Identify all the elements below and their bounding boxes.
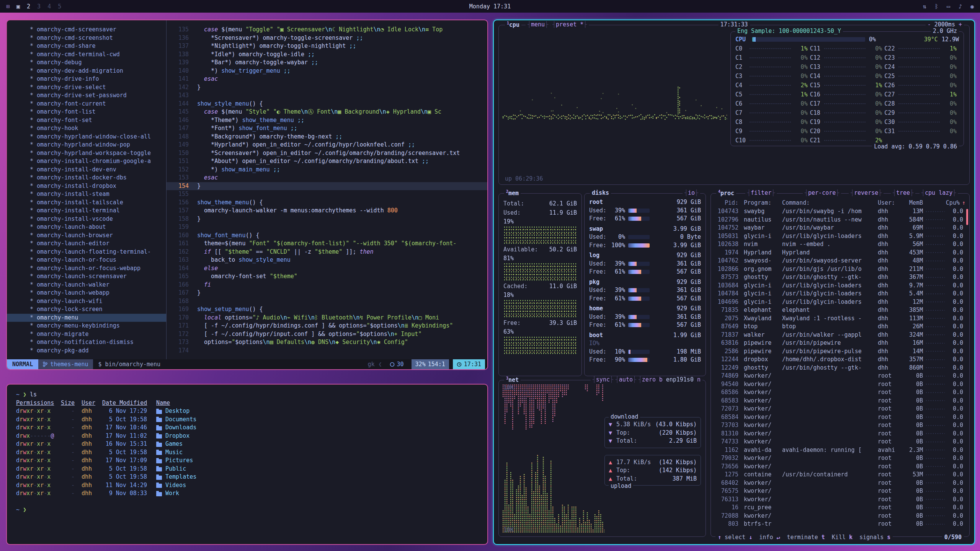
code-line[interactable]: 140 *) show_trigger_menu ;;	[167, 67, 487, 75]
file-list-item[interactable]: *omarchy-hook	[30, 124, 164, 133]
process-row[interactable]: 102866org.gnom/usr/bin/gjs /usr/lib/odhh…	[715, 265, 965, 274]
file-list-item[interactable]: *omarchy-font-current	[30, 100, 164, 108]
code-line[interactable]: 159	[167, 223, 487, 231]
file-list-item[interactable]: *omarchy-notification-dismiss	[30, 338, 164, 347]
terminal-window[interactable]: ~❯ls PermissionsSizeUserDate ModifiedNam…	[6, 384, 488, 545]
code-line[interactable]: 171 [ -f ~/.config/hypr/bindings.conf ] …	[167, 322, 487, 330]
process-row[interactable]: 72088kworker/root0B0.0	[715, 512, 965, 520]
mem-box-title[interactable]: 2mem	[504, 189, 521, 197]
file-list-item[interactable]: *omarchy-launch-editor	[30, 240, 164, 248]
file-name[interactable]: Downloads	[156, 424, 196, 432]
code-line[interactable]: 170 local options="♪ Audio\n⌁ Wifi\nᛒ Bl…	[167, 314, 487, 322]
file-list-item[interactable]: *omarchy-hyprland-workspace-toggle	[30, 149, 164, 158]
refresh-control[interactable]: - 2000ms +	[926, 21, 964, 28]
file-list-item[interactable]: *omarchy-launch-about	[30, 223, 164, 231]
terminal-prompt[interactable]: ~❯	[16, 506, 487, 514]
process-row[interactable]: 81310kworker/root0B0.0	[715, 430, 965, 438]
code-line[interactable]: 141 esac	[167, 75, 487, 83]
file-name[interactable]: Work	[156, 489, 179, 498]
process-row[interactable]: 104696glycin-i/usr/lib/glycin-loadersdhh…	[715, 298, 965, 306]
bluetooth-icon[interactable]: ᛒ	[935, 3, 938, 10]
code-line[interactable]: 160show_font_menu() {	[167, 231, 487, 240]
file-list-item[interactable]: *omarchy-launch-floating-terminal-	[30, 248, 164, 256]
cpu-box-title[interactable]: 1cpu	[505, 21, 521, 28]
code-line[interactable]: 161 theme=$(menu "Font" "$(omarchy-font-…	[167, 240, 487, 248]
process-row[interactable]: 2586pipewire/usr/bin/pipewire-pulsedhh14…	[715, 347, 965, 356]
file-name[interactable]: Documents	[156, 416, 196, 424]
file-list-item[interactable]: *omarchy-install-chromium-google-a	[30, 157, 164, 166]
cpu-lazy-toggle[interactable]: cpu lazy	[920, 189, 958, 196]
process-row[interactable]: 803btrfs-trroot0B0.0	[715, 520, 965, 528]
audio-icon[interactable]: ♪	[959, 3, 962, 10]
process-row[interactable]: 94540kworker/root0B0.0	[715, 380, 965, 389]
code-line[interactable]: 135 case $(menu "Toggle" "▣ Screensaver\…	[167, 26, 487, 34]
file-name[interactable]: Public	[156, 465, 186, 473]
file-list-item[interactable]: *omarchy-menu-keybindings	[30, 322, 164, 330]
proc-box-title[interactable]: 4proc	[716, 189, 736, 197]
code-line[interactable]: 138 *Idle*) omarchy-toggle-idle ;;	[167, 51, 487, 59]
file-list-item[interactable]: *omarchy-font-set	[30, 116, 164, 125]
code-line[interactable]: 136 *Screensaver*) omarchy-toggle-screen…	[167, 34, 487, 42]
process-row[interactable]: 104784glycin-i/usr/lib/glycin-loadersdhh…	[715, 290, 965, 298]
file-list-item[interactable]: *omarchy-dev-add-migration	[30, 67, 164, 75]
file-list-item[interactable]: *omarchy-lock-screen	[30, 305, 164, 314]
code-line[interactable]: 165 omarchy-font-set "$theme"	[167, 272, 487, 281]
footer-action-info[interactable]: info ↵	[759, 534, 780, 541]
code-line[interactable]: 142}	[167, 83, 487, 92]
code-line[interactable]: 137 *Nightlight*) omarchy-toggle-nightli…	[167, 42, 487, 51]
process-row[interactable]: 72073kworker/root0B0.0	[715, 405, 965, 413]
process-row[interactable]: 76313kworker/root0B0.0	[715, 496, 965, 504]
process-row[interactable]: 87573ghostty/usr/bin/ghostty --gtk-dhh36…	[715, 273, 965, 282]
code-line[interactable]: 148 *Background*) omarchy-theme-bg-next …	[167, 133, 487, 141]
file-name[interactable]: Dropbox	[156, 432, 189, 440]
process-row[interactable]: 16rcu_preeroot0B0.0	[715, 504, 965, 512]
process-row[interactable]: 63816pipewire/usr/bin/pipewiredhh16M0.0	[715, 339, 965, 347]
process-row[interactable]: 68584kworker/root0B0.0	[715, 413, 965, 422]
code-line[interactable]: 157 omarchy-launch-walker -m menus:omarc…	[167, 207, 487, 215]
power-icon[interactable]: ◉	[970, 3, 974, 10]
tree-toggle[interactable]: tree	[891, 189, 915, 196]
file-list-item[interactable]: *omarchy-debug	[30, 59, 164, 67]
filter-button[interactable]: filter	[745, 189, 777, 196]
process-row[interactable]: 12249ghostty/usr/bin/ghostty --gtk-dhh86…	[715, 364, 965, 372]
file-name[interactable]: Pictures	[156, 456, 193, 465]
disks-box-title[interactable]: disks	[590, 189, 611, 196]
file-list-item[interactable]: *omarchy-cmd-screenshot	[30, 34, 164, 42]
code-line[interactable]: 149 *Hyprland*) open_in_editor ~/.config…	[167, 141, 487, 149]
file-list-item[interactable]: *omarchy-launch-screensaver	[30, 272, 164, 281]
process-row[interactable]: 68402kworker/root0B0.0	[715, 479, 965, 487]
reverse-toggle[interactable]: reverse	[849, 189, 884, 196]
file-list-item[interactable]: *omarchy-install-docker-dbs	[30, 174, 164, 182]
code-line[interactable]: 154}	[167, 182, 487, 191]
code-line[interactable]: 152 *) show_main_menu ;;	[167, 166, 487, 174]
code-line[interactable]: 168	[167, 297, 487, 306]
file-list-item[interactable]: *omarchy-menu	[7, 314, 166, 322]
footer-action-select[interactable]: ↑ select ↓	[718, 534, 752, 541]
file-name[interactable]: Desktop	[156, 407, 189, 416]
process-row[interactable]: 87649btopbtopdhh26M0.0	[715, 323, 965, 331]
code-line[interactable]: 143	[167, 91, 487, 100]
file-list-item[interactable]: *omarchy-drive-select	[30, 83, 164, 92]
io-toggle[interactable]: io	[683, 189, 700, 196]
file-name[interactable]: Music	[156, 448, 183, 457]
code-line[interactable]: 156show_theme_menu() {	[167, 199, 487, 207]
proc-header[interactable]: Pid: Program: Command: User: MemB Cpu% ↑	[715, 198, 965, 207]
sync-toggle[interactable]: sync	[591, 376, 615, 383]
file-list-item[interactable]: *omarchy-cmd-terminal-cwd	[30, 51, 164, 59]
process-row[interactable]: 2075XwaylandXwayland :1 -rootless -dhh11…	[715, 315, 965, 323]
process-row[interactable]: 104743swaybg/usr/bin/swaybg -i /homdhh13…	[715, 207, 965, 216]
net-box-title[interactable]: 3net	[504, 376, 521, 383]
display-icon[interactable]: ▭	[947, 3, 950, 10]
code-line[interactable]: 174	[167, 347, 487, 355]
code-line[interactable]: 145 case $(menu "Style" "◐ Theme\nⒶ Font…	[167, 108, 487, 116]
process-row[interactable]: 74869kworker/root0B0.0	[715, 372, 965, 380]
file-name[interactable]: Videos	[156, 481, 186, 490]
process-row[interactable]: 68583kworker/root0B0.0	[715, 397, 965, 405]
code-line[interactable]: 150 *Screensaver*) open_in_editor ~/.con…	[167, 149, 487, 158]
interface-selector[interactable]: b enp191s0 n	[657, 376, 702, 383]
file-list-item[interactable]: *omarchy-install-dropbox	[30, 182, 164, 191]
process-row[interactable]: 1275containe/usr/bin/containerdroot53M0.…	[715, 471, 965, 479]
process-row[interactable]: 73703kworker/root0B0.0	[715, 421, 965, 430]
process-row[interactable]: 12244dropbox/home/dhh/.dropbox-distdhh35…	[715, 355, 965, 364]
file-name[interactable]: Games	[156, 440, 183, 448]
